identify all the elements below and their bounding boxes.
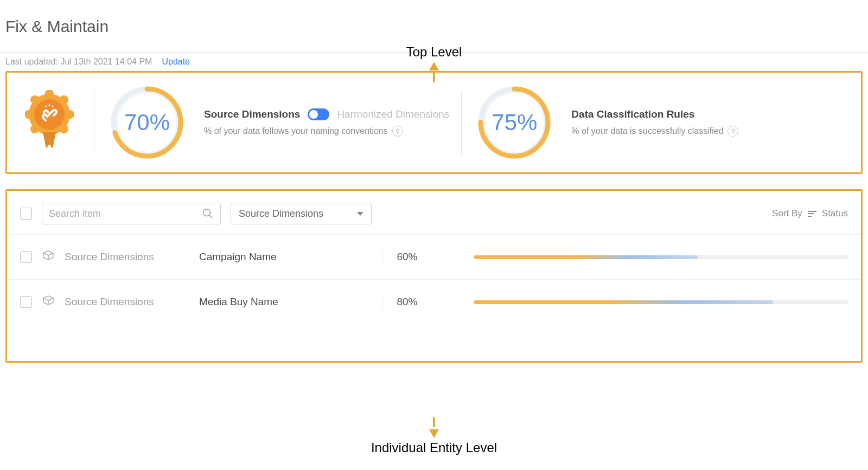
row-type-label: Source Dimensions (65, 296, 189, 308)
table-row[interactable]: Source Dimensions Media Buy Name 80% (7, 280, 861, 324)
sort-by-label: Sort By (772, 208, 802, 219)
summary-panel: 70% Source Dimensions Harmonized Dimensi… (5, 71, 863, 174)
metric-classification: 75% Data Classification Rules % of your … (474, 82, 738, 163)
row-percent-label: 60% (382, 249, 431, 265)
badge-icon (17, 90, 82, 155)
annotation-bottom-label: Individual Entity Level (371, 440, 497, 455)
row-progress-bar (441, 300, 848, 304)
svg-point-12 (52, 105, 53, 107)
entity-list-panel: Source Dimensions Sort By Status Source … (5, 189, 863, 363)
svg-point-11 (48, 104, 50, 106)
search-icon (202, 208, 214, 220)
help-icon[interactable]: ? (727, 126, 738, 137)
chevron-down-icon (357, 212, 363, 216)
row-progress-bar (441, 255, 848, 259)
svg-line-22 (209, 215, 213, 218)
dimension-icon (42, 249, 55, 265)
row-type-label: Source Dimensions (65, 251, 189, 263)
arrow-stem-icon (433, 73, 435, 82)
metric-classification-subtitle: % of your data is successfully classifie… (571, 126, 723, 136)
svg-point-10 (45, 105, 47, 107)
svg-point-8 (30, 95, 39, 104)
sort-by-value: Status (822, 208, 848, 219)
donut-classification: 75% (474, 82, 555, 163)
list-toolbar: Source Dimensions Sort By Status (7, 191, 861, 235)
arrow-down-icon (429, 429, 439, 438)
annotation-top-label: Top Level (406, 44, 462, 59)
donut-dimensions-value: 70% (106, 82, 188, 163)
row-checkbox[interactable] (20, 251, 32, 263)
annotation-top: Top Level (0, 44, 868, 82)
search-input-wrap (42, 203, 221, 224)
help-icon[interactable]: ? (392, 126, 403, 137)
annotation-bottom: Individual Entity Level (0, 417, 868, 455)
svg-point-2 (60, 95, 68, 104)
page-title: Fix & Maintain (0, 0, 868, 36)
dimensions-toggle-alt-label: Harmonized Dimensions (337, 108, 449, 120)
arrow-stem-icon (433, 417, 435, 427)
divider (94, 90, 94, 155)
divider (461, 90, 462, 155)
donut-classification-value: 75% (474, 82, 555, 163)
search-input[interactable] (49, 208, 202, 220)
row-name-label: Campaign Name (199, 251, 373, 263)
metric-dimensions-subtitle: % of your data follows your naming conve… (204, 126, 388, 136)
sort-by-control[interactable]: Sort By Status (772, 208, 848, 219)
select-all-checkbox[interactable] (20, 208, 32, 220)
svg-point-4 (60, 125, 68, 133)
row-percent-label: 80% (382, 294, 431, 310)
row-checkbox[interactable] (20, 296, 32, 308)
filter-dropdown-value: Source Dimensions (239, 208, 323, 220)
table-row[interactable]: Source Dimensions Campaign Name 60% (7, 235, 861, 280)
sort-icon (808, 211, 816, 217)
metric-dimensions-title: Source Dimensions (204, 108, 300, 120)
svg-point-21 (203, 209, 210, 216)
dimension-icon (42, 294, 55, 310)
metric-dimensions: 70% Source Dimensions Harmonized Dimensi… (106, 82, 449, 163)
row-name-label: Media Buy Name (199, 296, 373, 308)
svg-point-6 (30, 125, 39, 133)
filter-dropdown[interactable]: Source Dimensions (231, 203, 372, 224)
donut-dimensions: 70% (106, 82, 188, 163)
arrow-up-icon (429, 62, 439, 70)
metric-classification-title: Data Classification Rules (571, 108, 694, 120)
dimensions-toggle[interactable] (308, 108, 329, 120)
